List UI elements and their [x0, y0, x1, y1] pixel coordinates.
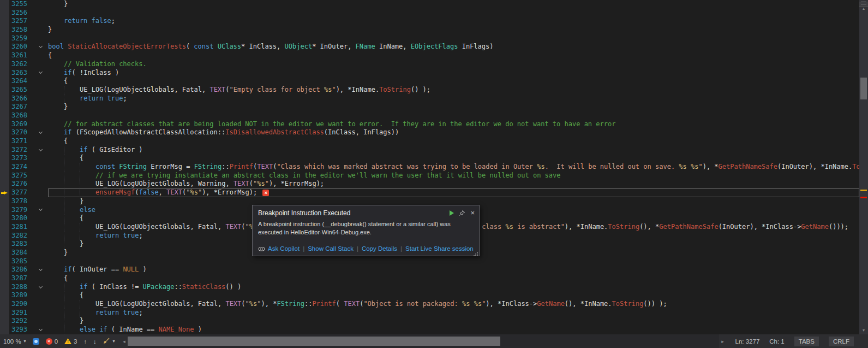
fold-toggle[interactable] — [33, 43, 48, 51]
pin-icon[interactable] — [459, 210, 465, 216]
breakpoint-margin[interactable] — [0, 34, 9, 43]
breakpoint-margin[interactable] — [0, 317, 9, 326]
horizontal-scrollbar[interactable] — [128, 334, 719, 348]
breakpoint-margin[interactable] — [0, 326, 9, 334]
breakpoint-margin[interactable] — [0, 197, 9, 206]
copy-details-link[interactable]: Copy Details — [362, 245, 397, 252]
code-line[interactable]: 3285 — [0, 257, 859, 266]
vertical-scrollbar-thumb[interactable] — [860, 78, 867, 99]
scroll-up-button[interactable]: ▴ — [859, 6, 868, 11]
breakpoint-margin[interactable] — [0, 86, 9, 95]
breakpoint-margin[interactable] — [0, 274, 9, 283]
code-line[interactable]: 3275// if we are trying instantiate an a… — [0, 172, 859, 180]
breakpoint-margin[interactable] — [0, 154, 9, 163]
scroll-right-button[interactable]: ▸ — [719, 339, 727, 344]
code-text[interactable]: return true; — [48, 309, 859, 317]
code-text[interactable]: if ( GIsEditor ) — [48, 146, 859, 155]
code-text[interactable]: return true; — [48, 95, 859, 103]
breakpoint-margin[interactable] — [0, 249, 9, 257]
code-line[interactable]: 3257return false; — [0, 17, 859, 26]
code-text[interactable]: { — [48, 77, 859, 86]
breakpoint-margin[interactable] — [0, 172, 9, 180]
code-area[interactable]: 3255}32563257return false;3258}32593260b… — [0, 0, 859, 334]
code-text[interactable]: { — [48, 137, 859, 146]
breakpoint-margin[interactable] — [0, 223, 9, 232]
code-text[interactable]: else if ( InName == NAME_None ) — [48, 326, 859, 334]
ask-copilot-link[interactable]: Ask Copilot — [268, 245, 300, 252]
breakpoint-margin[interactable] — [0, 214, 9, 223]
code-cleanup-button[interactable]: ▾ — [103, 337, 115, 346]
breakpoint-margin[interactable] — [0, 146, 9, 155]
code-text[interactable]: { — [48, 154, 859, 163]
breakpoint-margin[interactable] — [0, 0, 9, 9]
code-line[interactable]: 3291return true; — [0, 309, 859, 317]
continue-play-icon[interactable] — [450, 210, 454, 216]
code-line[interactable]: 3265UE_LOG(LogUObjectGlobals, Fatal, TEX… — [0, 86, 859, 95]
code-line[interactable]: 3259 — [0, 34, 859, 43]
breakpoint-margin[interactable] — [0, 9, 9, 17]
code-text[interactable]: } — [48, 103, 859, 111]
fold-toggle[interactable] — [33, 146, 48, 155]
breakpoint-margin[interactable] — [0, 43, 9, 51]
code-text[interactable]: { — [48, 291, 859, 300]
code-line[interactable]: 3271{ — [0, 137, 859, 146]
breakpoint-margin[interactable] — [0, 17, 9, 26]
breakpoint-margin[interactable] — [0, 128, 9, 137]
breakpoint-margin[interactable] — [0, 51, 9, 60]
code-text[interactable]: bool StaticAllocateObjectErrorTests( con… — [48, 43, 859, 51]
horizontal-scrollbar-thumb[interactable] — [128, 337, 500, 346]
scroll-left-button[interactable]: ◂ — [120, 339, 128, 344]
code-line[interactable]: 3255} — [0, 0, 859, 9]
code-text[interactable]: // if we are trying instantiate an abstr… — [48, 172, 859, 180]
code-line[interactable]: 3274const FString ErrorMsg = FString::Pr… — [0, 163, 859, 172]
code-line[interactable]: 3276UE_LOG(LogUObjectGlobals, Warning, T… — [0, 180, 859, 188]
fold-toggle[interactable] — [33, 206, 48, 215]
breakpoint-margin[interactable] — [0, 69, 9, 78]
breakpoint-margin[interactable] — [0, 26, 9, 34]
breakpoint-margin[interactable] — [0, 103, 9, 111]
code-text[interactable]: return false; — [48, 17, 859, 26]
start-live-share-link[interactable]: Start Live Share session — [405, 245, 474, 252]
code-text[interactable]: UE_LOG(LogUObjectGlobals, Warning, TEXT(… — [48, 180, 859, 188]
breakpoint-margin[interactable] — [0, 180, 9, 188]
fold-toggle[interactable] — [33, 128, 48, 137]
fold-toggle[interactable] — [33, 326, 48, 334]
eol-indicator[interactable]: CRLF — [829, 337, 854, 346]
code-line[interactable]: 3256 — [0, 9, 859, 17]
breakpoint-margin[interactable] — [0, 163, 9, 172]
code-line[interactable]: 3292} — [0, 317, 859, 326]
code-line[interactable]: 3267} — [0, 103, 859, 111]
breakpoint-margin[interactable] — [0, 240, 9, 249]
code-text[interactable]: if (FScopedAllowAbstractClassAllocation:… — [48, 128, 859, 137]
tabs-indicator[interactable]: TABS — [794, 337, 819, 346]
breakpoint-margin[interactable] — [0, 309, 9, 317]
warning-indicator[interactable]: ! 3 — [64, 338, 77, 345]
code-text[interactable]: if( !InClass ) — [48, 69, 859, 78]
column-indicator[interactable]: Ch: 1 — [769, 338, 785, 345]
code-text[interactable]: { — [48, 274, 859, 283]
code-line[interactable]: 3290UE_LOG(LogUObjectGlobals, Fatal, TEX… — [0, 300, 859, 309]
code-text[interactable]: ensureMsgf(false, TEXT("%s"), *ErrorMsg)… — [48, 188, 859, 197]
code-line[interactable]: 3288if ( InClass != UPackage::StaticClas… — [0, 283, 859, 292]
code-text[interactable]: UE_LOG(LogUObjectGlobals, Fatal, TEXT("%… — [48, 300, 859, 309]
breakpoint-margin[interactable] — [0, 120, 9, 129]
fold-toggle[interactable] — [33, 266, 48, 274]
code-line[interactable]: 3262// Validation checks. — [0, 60, 859, 69]
breakpoint-margin[interactable] — [0, 77, 9, 86]
document-health-icon[interactable] — [33, 338, 39, 345]
fold-toggle[interactable] — [33, 69, 48, 78]
resize-grip-icon[interactable] — [472, 249, 478, 255]
code-line[interactable]: 3260bool StaticAllocateObjectErrorTests(… — [0, 43, 859, 51]
code-line[interactable]: 3272if ( GIsEditor ) — [0, 146, 859, 155]
code-text[interactable]: } — [48, 26, 859, 34]
scroll-down-button[interactable]: ▾ — [859, 328, 868, 333]
breakpoint-margin[interactable] — [0, 232, 9, 240]
code-line[interactable]: 3270if (FScopedAllowAbstractClassAllocat… — [0, 128, 859, 137]
code-line[interactable]: 3277ensureMsgf(false, TEXT("%s"), *Error… — [0, 188, 859, 197]
error-indicator[interactable]: × 0 — [46, 338, 58, 345]
zoom-control[interactable]: 100 % ▾ — [3, 338, 26, 345]
code-text[interactable]: } — [48, 0, 859, 9]
code-line[interactable]: 3258} — [0, 26, 859, 34]
show-call-stack-link[interactable]: Show Call Stack — [308, 245, 354, 252]
code-editor[interactable]: 3255}32563257return false;3258}32593260b… — [0, 0, 859, 334]
